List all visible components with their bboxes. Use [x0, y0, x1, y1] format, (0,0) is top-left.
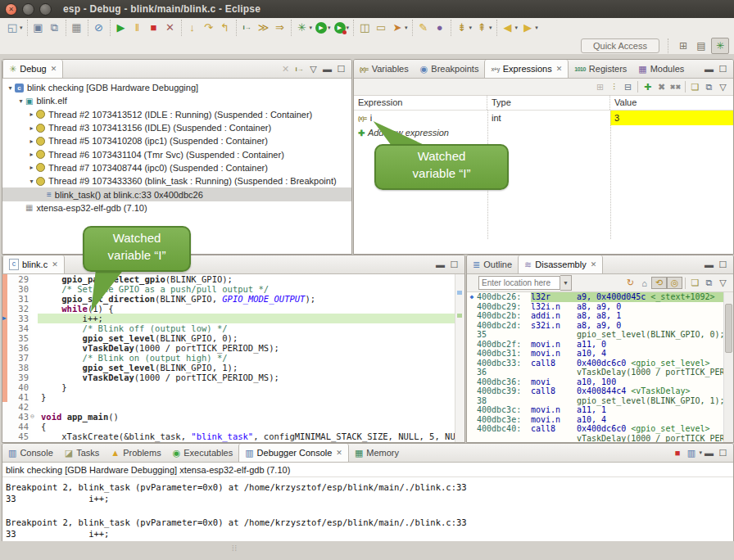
remove-all-expressions-button[interactable]: ✖✖: [668, 84, 682, 91]
maximize-button[interactable]: ☐: [334, 64, 348, 75]
combo-dropdown-icon[interactable]: ▼: [560, 275, 572, 291]
home-button[interactable]: ⌂: [637, 278, 651, 288]
dropdown-arrow-icon[interactable]: ▾: [469, 25, 473, 31]
new-button[interactable]: ◱▾: [4, 21, 25, 34]
show-type-names-button[interactable]: ⊞: [593, 82, 607, 93]
save-button[interactable]: ▣: [30, 21, 47, 34]
tab-expressions[interactable]: x+yExpressions✕: [484, 60, 569, 78]
code-editor[interactable]: 29 gpio_pad_select_gpio(BLINK_GPIO);30 /…: [2, 274, 464, 443]
save-all-button[interactable]: ⧉: [47, 21, 63, 34]
location-input[interactable]: [478, 276, 560, 290]
minimize-button[interactable]: ▬: [702, 448, 716, 458]
view-menu-button[interactable]: ▽: [716, 82, 730, 93]
show-logical-structure-button[interactable]: ⫶: [607, 82, 621, 93]
dropdown-arrow-icon[interactable]: ▾: [347, 25, 350, 31]
minimize-button[interactable]: ▬: [320, 64, 334, 74]
window-close-button[interactable]: ✕: [5, 3, 17, 16]
add-expression-button[interactable]: ✚: [641, 82, 655, 93]
instruction-stepping-mode-button[interactable]: i→: [292, 65, 306, 73]
debug-button[interactable]: ✳▾: [294, 21, 315, 34]
expression-row[interactable]: (x)= i int 3: [354, 111, 733, 125]
maximize-button[interactable]: ☐: [447, 260, 461, 270]
dropdown-arrow-icon[interactable]: ▾: [515, 25, 519, 31]
dropdown-arrow-icon[interactable]: ▾: [310, 25, 313, 31]
remove-expression-button[interactable]: ✖: [655, 82, 668, 93]
close-icon[interactable]: ✕: [52, 260, 58, 269]
remove-all-terminated-button[interactable]: ✕: [279, 64, 292, 75]
expander-icon[interactable]: ▸: [27, 124, 36, 132]
terminate-button[interactable]: ■: [146, 21, 162, 34]
dropdown-arrow-icon[interactable]: ▾: [328, 25, 331, 31]
console-output[interactable]: Breakpoint 2, blink_task (pvParameter=0x…: [2, 477, 733, 540]
tab-blink-c[interactable]: cblink.c✕: [2, 255, 65, 273]
format-button[interactable]: ✎: [415, 21, 432, 34]
expander-icon[interactable]: ▸: [27, 138, 36, 145]
tab-disassembly[interactable]: ≋Disassembly✕: [518, 255, 603, 273]
maximize-button[interactable]: ☐: [716, 260, 730, 270]
resume-button[interactable]: ▶: [113, 21, 129, 34]
tab-executables[interactable]: ◉Executables: [167, 444, 239, 462]
sync-selection-button[interactable]: ⟲: [651, 277, 667, 289]
view-menu-button[interactable]: ▽: [716, 278, 730, 288]
dropdown-arrow-icon[interactable]: ▾: [535, 25, 538, 31]
terminate-console-button[interactable]: ■: [670, 448, 684, 458]
instruction-stepping-toggle[interactable]: ≫: [256, 21, 272, 34]
debug-tree-item[interactable]: ▸Thread #5 1073410208 (ipc1) (Suspended …: [2, 134, 351, 147]
close-icon[interactable]: ✕: [336, 449, 342, 457]
line-number[interactable]: 44: [2, 422, 30, 431]
last-edit-location-button[interactable]: ⇟▾: [454, 21, 474, 34]
debug-tree-item[interactable]: ▸Thread #7 1073408744 (ipc0) (Suspended …: [2, 161, 351, 174]
forward-button[interactable]: ▶▾: [519, 21, 540, 34]
pin-view-button[interactable]: ⧉: [702, 278, 716, 288]
tab-debug[interactable]: ✳Debug✕: [2, 60, 63, 78]
line-number[interactable]: 45: [2, 431, 30, 441]
tab-problems[interactable]: ▲Problems: [105, 444, 166, 462]
step-over-button[interactable]: ↷: [201, 21, 217, 34]
move-to-line-button[interactable]: ⇒: [272, 21, 288, 34]
scrollbar-thumb[interactable]: [725, 304, 732, 353]
pin-view-button[interactable]: ⧉: [702, 82, 716, 93]
new-view-button[interactable]: ❏: [688, 82, 702, 93]
tab-modules[interactable]: ▦Modules: [632, 60, 690, 78]
back-button[interactable]: ◀▾: [500, 21, 520, 34]
minimize-button[interactable]: ▬: [433, 260, 447, 269]
expander-icon[interactable]: ▾: [16, 97, 25, 105]
debug-perspective-button[interactable]: ✳: [711, 38, 729, 54]
close-icon[interactable]: ✕: [591, 260, 597, 269]
external-tools-button[interactable]: ▶▾: [333, 21, 351, 34]
minimize-button[interactable]: ▬: [702, 64, 716, 74]
open-perspective-button[interactable]: ⊞: [675, 38, 691, 53]
expander-icon[interactable]: ▸: [27, 164, 36, 171]
expander-icon[interactable]: ▸: [27, 151, 36, 158]
run-button[interactable]: ▶▾: [314, 21, 333, 34]
maximize-button[interactable]: ☐: [716, 64, 730, 75]
disconnect-button[interactable]: ✕: [162, 21, 179, 34]
new-cpp-project-button[interactable]: ◫: [356, 21, 373, 34]
tab-variables[interactable]: (x)=Variables: [354, 60, 415, 78]
tab-breakpoints[interactable]: ◉Breakpoints: [415, 60, 485, 78]
dropdown-arrow-icon[interactable]: ▾: [405, 25, 408, 31]
build-button[interactable]: ▦: [69, 21, 85, 34]
dropdown-arrow-icon[interactable]: ▾: [489, 25, 492, 31]
sash-handle[interactable]: ⁞⁞: [232, 544, 238, 553]
suspend-button[interactable]: ‖: [129, 21, 146, 34]
close-icon[interactable]: ✕: [51, 65, 57, 73]
scrollbar[interactable]: [723, 292, 733, 443]
goto-line-button[interactable]: ⇞▾: [473, 21, 494, 34]
debug-tree-item[interactable]: ▾Thread #9 1073433360 (blink_task : Runn…: [2, 174, 351, 187]
expander-icon[interactable]: ▾: [27, 178, 36, 185]
debug-tree-item[interactable]: ▸Thread #3 1073413156 (IDLE) (Suspended …: [2, 121, 351, 134]
window-maximize-button[interactable]: [39, 3, 52, 16]
disassembly-listing[interactable]: ◆400dbc26:l32ra9, 0x400d045c <_stext+109…: [467, 292, 733, 443]
tab-registers[interactable]: 1010Registers: [569, 60, 632, 78]
tab-tasks[interactable]: ◪Tasks: [59, 444, 106, 462]
close-icon[interactable]: ✕: [556, 65, 563, 73]
step-return-button[interactable]: ↰: [217, 21, 233, 34]
fold-marker-icon[interactable]: ⊖: [30, 412, 38, 422]
maximize-button[interactable]: ☐: [716, 448, 730, 458]
skip-all-breakpoints-button[interactable]: ⊘: [91, 21, 107, 34]
line-number[interactable]: 43: [2, 412, 30, 422]
track-expression-button[interactable]: ◎: [667, 277, 682, 289]
view-menu-button[interactable]: ▽: [306, 64, 320, 75]
quick-access-button[interactable]: Quick Access: [581, 38, 659, 53]
